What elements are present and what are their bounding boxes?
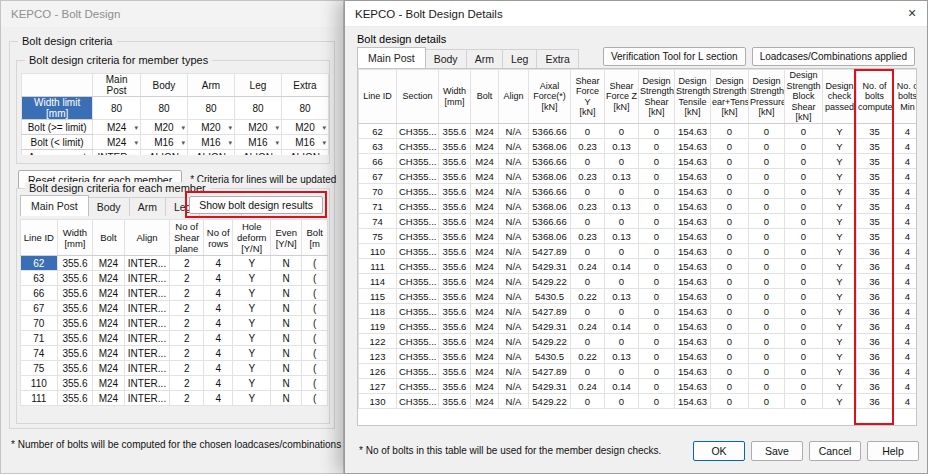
member-cell[interactable]: 67 <box>21 301 58 316</box>
results-cell[interactable]: M24 <box>471 124 499 139</box>
results-cell[interactable]: 355.6 <box>439 124 471 139</box>
tab-body[interactable]: Body <box>88 197 130 216</box>
results-cell[interactable]: 154.63 <box>675 184 711 199</box>
member-cell[interactable]: 71 <box>21 331 58 346</box>
member-cell[interactable]: 2 <box>170 301 204 316</box>
member-cell[interactable]: 4 <box>203 346 232 361</box>
results-cell[interactable]: N/A <box>499 139 529 154</box>
results-cell[interactable]: 4 <box>893 124 918 139</box>
close-icon[interactable]: × <box>897 1 927 26</box>
results-cell[interactable]: 0.14 <box>605 319 639 334</box>
bolt-select[interactable]: M24▾ <box>93 135 141 150</box>
results-cell[interactable]: 0 <box>785 244 823 259</box>
results-cell[interactable]: M24 <box>471 184 499 199</box>
member-cell[interactable]: 355.6 <box>57 286 93 301</box>
bolt-select[interactable]: ALIGN▾ <box>234 150 281 156</box>
results-cell[interactable]: 0 <box>639 319 675 334</box>
results-cell[interactable]: 35 <box>857 214 893 229</box>
results-cell[interactable]: 0 <box>785 364 823 379</box>
types-cell[interactable]: 80 <box>93 97 141 120</box>
results-cell[interactable]: 0 <box>571 274 605 289</box>
member-cell[interactable]: INTER... <box>124 256 170 271</box>
member-cell[interactable]: 355.6 <box>57 376 93 391</box>
results-cell[interactable]: 355.6 <box>439 184 471 199</box>
results-cell[interactable]: 0 <box>639 139 675 154</box>
results-cell[interactable]: M24 <box>471 364 499 379</box>
results-cell[interactable]: 0 <box>605 154 639 169</box>
types-row-label[interactable]: Arrangement <box>22 150 93 156</box>
results-cell[interactable]: 0 <box>749 289 785 304</box>
member-cell[interactable]: INTER... <box>124 271 170 286</box>
results-cell[interactable]: Y <box>823 274 857 289</box>
member-cell[interactable]: Y <box>233 331 271 346</box>
member-cell[interactable]: 355.6 <box>57 256 93 271</box>
member-cell[interactable]: 355.6 <box>57 271 93 286</box>
results-cell[interactable]: 0.24 <box>571 379 605 394</box>
member-cell[interactable]: M24 <box>93 301 124 316</box>
results-cell[interactable]: 0 <box>711 274 749 289</box>
results-cell[interactable]: 111 <box>359 259 397 274</box>
bolt-select[interactable]: M24▾ <box>93 120 141 135</box>
member-cell[interactable]: 355.6 <box>57 301 93 316</box>
results-cell[interactable]: 0 <box>785 394 823 409</box>
member-cell[interactable]: N <box>271 391 302 406</box>
member-cell[interactable]: 62 <box>21 256 58 271</box>
results-cell[interactable]: 5366.66 <box>529 214 571 229</box>
bolt-select[interactable]: M16▾ <box>234 135 281 150</box>
results-cell[interactable]: 154.63 <box>675 124 711 139</box>
results-cell[interactable]: 154.63 <box>675 289 711 304</box>
results-cell[interactable]: 154.63 <box>675 394 711 409</box>
bolt-select[interactable]: ALIGN▾ <box>140 150 187 156</box>
results-cell[interactable]: CH355... <box>397 124 439 139</box>
member-cell[interactable]: N <box>271 346 302 361</box>
results-cell[interactable]: 67 <box>359 169 397 184</box>
results-cell[interactable]: 110 <box>359 244 397 259</box>
types-row-label[interactable]: Bolt (< limit) <box>22 135 93 150</box>
results-cell[interactable]: 154.63 <box>675 229 711 244</box>
results-cell[interactable]: Y <box>823 184 857 199</box>
results-cell[interactable]: 0 <box>785 139 823 154</box>
results-cell[interactable]: 0 <box>711 349 749 364</box>
member-cell[interactable]: N <box>271 256 302 271</box>
member-cell[interactable]: Y <box>233 361 271 376</box>
member-cell[interactable]: 355.6 <box>57 316 93 331</box>
member-cell[interactable]: 4 <box>203 361 232 376</box>
results-cell[interactable]: CH355... <box>397 199 439 214</box>
results-cell[interactable]: CH355... <box>397 364 439 379</box>
details-tab-extra[interactable]: Extra <box>536 49 579 68</box>
results-cell[interactable]: 4 <box>893 184 918 199</box>
results-cell[interactable]: 0 <box>749 154 785 169</box>
results-cell[interactable]: 0.22 <box>571 289 605 304</box>
member-cell[interactable]: ( <box>302 271 328 286</box>
bolt-select[interactable]: M20▾ <box>187 120 234 135</box>
results-cell[interactable]: 0 <box>605 364 639 379</box>
results-cell[interactable]: Y <box>823 199 857 214</box>
member-cell[interactable]: INTER... <box>124 316 170 331</box>
results-cell[interactable]: CH355... <box>397 244 439 259</box>
results-cell[interactable]: 355.6 <box>439 244 471 259</box>
results-cell[interactable]: 0.13 <box>605 289 639 304</box>
results-cell[interactable]: 0 <box>711 184 749 199</box>
results-cell[interactable]: 0 <box>749 199 785 214</box>
results-cell[interactable]: 5368.06 <box>529 199 571 214</box>
results-cell[interactable]: N/A <box>499 154 529 169</box>
member-cell[interactable]: ( <box>302 376 328 391</box>
results-cell[interactable]: M24 <box>471 289 499 304</box>
details-tab-main-post[interactable]: Main Post <box>357 47 426 68</box>
results-cell[interactable]: 4 <box>893 334 918 349</box>
member-cell[interactable]: INTER... <box>124 376 170 391</box>
results-cell[interactable]: 4 <box>893 394 918 409</box>
results-cell[interactable]: 0 <box>711 289 749 304</box>
member-cell[interactable]: ( <box>302 391 328 406</box>
results-cell[interactable]: Y <box>823 304 857 319</box>
member-cell[interactable]: M24 <box>93 361 124 376</box>
results-cell[interactable]: 5429.22 <box>529 274 571 289</box>
results-cell[interactable]: 62 <box>359 124 397 139</box>
member-cell[interactable]: M24 <box>93 331 124 346</box>
results-cell[interactable]: 0 <box>711 124 749 139</box>
member-cell[interactable]: 63 <box>21 271 58 286</box>
results-cell[interactable]: 0 <box>711 319 749 334</box>
member-cell[interactable]: 111 <box>21 391 58 406</box>
member-cell[interactable]: M24 <box>93 256 124 271</box>
results-cell[interactable]: 0 <box>571 154 605 169</box>
